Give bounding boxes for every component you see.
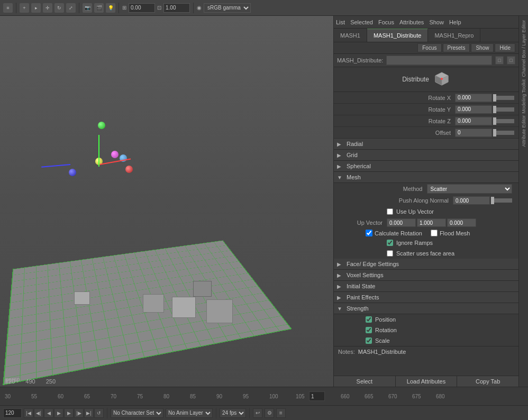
scale-checkbox[interactable] [366,337,372,344]
rotate-z-slider[interactable] [493,119,514,123]
vert-label-modeling: Modeling Toolkit [521,79,526,113]
mesh-label: Mesh [347,174,361,180]
copy-tab-button[interactable]: Copy Tab [457,376,518,387]
char-set-select[interactable]: No Character Set [111,408,163,418]
frame-input[interactable] [309,391,325,401]
display-value-input[interactable]: 0.00 [129,3,155,13]
section-paint-effects[interactable]: ▶ Paint Effects [334,292,518,303]
voxel-label: Voxel Settings [347,272,384,278]
scale-label[interactable]: Scale [375,337,390,344]
hide-button[interactable]: Hide [495,43,515,52]
select-icon[interactable]: ▸ [31,3,41,13]
presets-button[interactable]: Presets [443,43,470,52]
rotate-y-input[interactable] [455,105,492,114]
use-up-vector-label[interactable]: Use Up Vector [396,208,434,215]
rotate-z-input[interactable] [455,117,492,125]
method-select[interactable]: Scatter [427,184,513,194]
rotation-label[interactable]: Rotation [375,327,397,333]
position-checkbox[interactable] [366,316,372,323]
section-radial[interactable]: ▶ Radial [334,139,518,150]
rotate-x-input[interactable] [455,94,492,102]
calculate-rotation-checkbox[interactable] [366,230,372,236]
push-along-slider[interactable] [491,198,512,203]
tab-mash1-distribute[interactable]: MASH1_Distribute [367,29,428,42]
scale-value-input[interactable]: 1.00 [163,3,190,13]
move-icon[interactable]: ✛ [43,3,52,13]
section-face-edge[interactable]: ▶ Face/ Edge Settings [334,259,518,270]
offset-input[interactable] [455,129,492,137]
strength-arrow-icon: ▼ [337,306,343,312]
colorspace-select[interactable]: sRGB gamma [204,3,251,13]
render-icon[interactable]: 🎬 [94,3,104,13]
menu-attributes[interactable]: Attributes [399,19,424,25]
section-initial-state[interactable]: ▶ Initial State [334,281,518,292]
rotation-checkbox[interactable] [366,327,372,333]
offset-label: Offset [338,130,451,136]
select-button[interactable]: Select [334,376,396,387]
ignore-ramps-checkbox[interactable] [387,240,393,246]
scale-check-row: Scale [334,335,518,346]
menu-help[interactable]: Help [449,19,461,25]
section-grid[interactable]: ▶ Grid [334,150,518,161]
create-icon[interactable]: + [20,3,29,13]
show-button[interactable]: Show [471,43,494,52]
go-start-button[interactable]: |◀ [24,408,33,418]
flood-mesh-label[interactable]: Flood Mesh [440,230,470,236]
initial-state-arrow-icon: ▶ [337,284,343,289]
menu-focus[interactable]: Focus [378,19,394,25]
loop-button[interactable]: ↺ [94,408,104,418]
ignore-ramps-label[interactable]: Ignore Ramps [396,240,433,246]
rotate-y-slider[interactable] [493,107,514,112]
flood-mesh-checkbox[interactable] [431,230,438,236]
prev-frame-button[interactable]: ◀ [44,408,53,418]
load-attributes-button[interactable]: Load Attributes [396,376,458,387]
scatter-face-area-checkbox[interactable] [387,250,393,257]
menu-show[interactable]: Show [429,19,444,25]
position-label[interactable]: Position [375,316,396,323]
channel-btn-1[interactable]: □ [495,56,504,65]
menu-selected[interactable]: Selected [350,19,373,25]
settings-button[interactable]: ≡ [276,408,286,418]
prev-key-button[interactable]: ◀| [34,408,43,418]
tab-mash1[interactable]: MASH1 [334,29,367,42]
play-button[interactable]: ▶ [54,408,63,418]
channel-input[interactable]: MASH1_Distribute [386,56,492,65]
go-end-button[interactable]: ▶| [84,408,94,418]
light-icon[interactable]: 💡 [106,3,115,13]
section-voxel[interactable]: ▶ Voxel Settings [334,270,518,281]
properties-scroll[interactable]: Rotate X Rotate Y Rotate Z Offset [334,92,518,376]
menu-icon[interactable]: ≡ [3,3,13,13]
channel-btn-2[interactable]: □ [507,56,515,65]
anim-layer-select[interactable]: No Anim Layer [166,408,213,418]
use-up-vector-checkbox[interactable] [387,208,393,215]
fps-select[interactable]: 24 fps [220,408,246,418]
rotate-icon[interactable]: ↻ [54,3,64,13]
camera-icon[interactable]: 📷 [83,3,92,13]
grid-border [3,240,292,385]
menu-list[interactable]: List [336,19,345,25]
calculate-rotation-label[interactable]: Calculate Rotation [375,230,422,236]
tl-frame-660: 660 [341,394,350,399]
focus-button[interactable]: Focus [417,43,441,52]
frame-value-input[interactable] [3,408,22,418]
up-vec-y[interactable] [417,218,446,227]
section-mesh-header[interactable]: ▼ Mesh [334,172,518,183]
viewport[interactable]: persp 120 490 250 [0,16,333,387]
scale-icon[interactable]: ⤢ [66,3,76,13]
tab-mash1-repro[interactable]: MASH1_Repro [428,29,480,42]
undo-button[interactable]: ↩ [253,408,262,418]
offset-slider[interactable] [493,131,514,135]
section-strength[interactable]: ▼ Strength [334,303,518,314]
scatter-face-area-label[interactable]: Scatter uses face area [396,250,454,257]
up-vec-z[interactable] [447,218,476,227]
sep4 [193,3,194,13]
redo-button[interactable]: ⚙ [265,408,274,418]
next-key-button[interactable]: |▶ [74,408,84,418]
section-spherical[interactable]: ▶ Spherical [334,161,518,172]
rotate-x-slider[interactable] [493,96,514,100]
channel-label: MASH_Distribute: [337,57,383,63]
push-along-input[interactable] [453,196,490,205]
next-frame-button[interactable]: ▶ [64,408,74,418]
scale-label: ⊡ [157,5,161,11]
up-vec-x[interactable] [387,218,416,227]
